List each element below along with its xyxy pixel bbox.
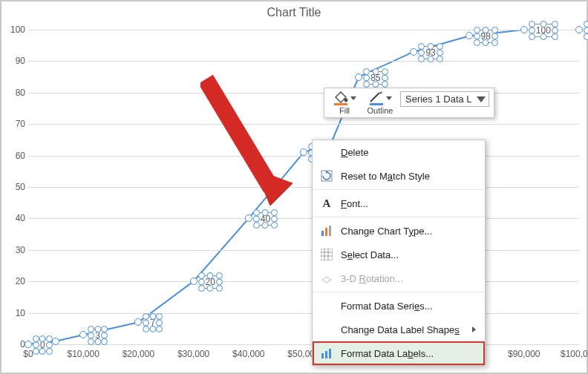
menu-change-label-shapes[interactable]: Change Data Label Shapes xyxy=(313,318,485,341)
svg-point-2 xyxy=(344,99,348,102)
data-label[interactable]: 0 xyxy=(36,338,50,352)
selection-handle[interactable] xyxy=(363,74,370,81)
svg-rect-16 xyxy=(329,349,331,358)
selection-handle[interactable] xyxy=(382,74,388,81)
y-tick-label: 70 xyxy=(6,119,25,129)
menu-label: Change Chart Type... xyxy=(341,226,432,237)
x-tick-label: $90,000 xyxy=(508,349,540,359)
selection-handle[interactable] xyxy=(207,285,214,292)
menu-select-data[interactable]: Select Data... xyxy=(313,243,485,266)
reset-icon xyxy=(320,169,333,183)
selection-handle[interactable] xyxy=(529,33,535,40)
fill-button[interactable]: Fill xyxy=(329,91,360,116)
gridline xyxy=(28,187,579,188)
selection-handle[interactable] xyxy=(198,285,205,292)
svg-rect-3 xyxy=(334,103,347,105)
select-data-icon xyxy=(320,248,333,261)
data-marker[interactable] xyxy=(79,331,87,338)
data-marker[interactable] xyxy=(520,26,528,33)
data-marker[interactable] xyxy=(24,341,32,348)
chevron-down-icon xyxy=(350,96,356,100)
data-marker[interactable] xyxy=(134,318,142,326)
chart-title[interactable]: Chart Title xyxy=(1,6,587,19)
selection-handle[interactable] xyxy=(149,326,156,332)
menu-change-chart-type[interactable]: Change Chart Type... xyxy=(313,219,485,243)
selection-handle[interactable] xyxy=(39,335,46,342)
outline-button[interactable]: Outline xyxy=(365,91,396,116)
selection-handle[interactable] xyxy=(437,49,443,56)
data-label[interactable]: 20 xyxy=(201,275,220,289)
selection-handle[interactable] xyxy=(428,56,434,62)
selection-handle[interactable] xyxy=(39,348,46,355)
data-marker[interactable] xyxy=(575,26,583,33)
format-labels-icon xyxy=(320,347,333,360)
data-marker[interactable] xyxy=(410,48,417,56)
selection-handle[interactable] xyxy=(483,39,489,46)
data-marker[interactable] xyxy=(355,73,362,81)
data-marker[interactable] xyxy=(300,148,307,156)
menu-delete[interactable]: Delete xyxy=(313,140,485,164)
data-marker[interactable] xyxy=(190,278,197,285)
selection-handle[interactable] xyxy=(262,222,269,229)
context-menu: Delete Reset to Match Style A Font... Ch… xyxy=(312,140,486,366)
gridline xyxy=(28,218,579,219)
selection-handle[interactable] xyxy=(552,33,558,40)
menu-format-data-labels[interactable]: Format Data Labels... xyxy=(313,341,485,365)
x-tick-label: $0 xyxy=(23,349,33,359)
y-tick-label: 40 xyxy=(6,213,25,223)
selection-handle[interactable] xyxy=(428,43,434,50)
data-marker[interactable] xyxy=(466,32,473,39)
selection-handle[interactable] xyxy=(540,33,546,40)
selection-handle[interactable] xyxy=(149,313,156,320)
selection-handle[interactable] xyxy=(382,81,388,88)
gridline xyxy=(28,344,579,345)
chevron-right-icon xyxy=(472,327,476,332)
data-label[interactable]: 93 xyxy=(421,46,440,59)
selection-handle[interactable] xyxy=(437,56,443,62)
y-tick-label: 30 xyxy=(6,245,25,255)
selection-handle[interactable] xyxy=(372,68,379,75)
chart-frame: Chart Title 0102030405060708090100$0$10,… xyxy=(0,0,588,374)
gridline xyxy=(28,61,579,62)
selection-handle[interactable] xyxy=(418,49,425,56)
svg-rect-14 xyxy=(321,353,324,358)
x-tick-label: $40,000 xyxy=(232,349,264,359)
selection-handle[interactable] xyxy=(46,348,53,355)
data-label[interactable]: 100 xyxy=(532,24,555,37)
font-icon: A xyxy=(320,197,333,210)
selection-handle[interactable] xyxy=(94,338,101,345)
selection-handle[interactable] xyxy=(363,81,370,88)
selection-handle[interactable] xyxy=(540,21,546,27)
data-label[interactable]: 98 xyxy=(477,30,495,43)
selection-handle[interactable] xyxy=(483,27,489,33)
menu-font[interactable]: A Font... xyxy=(313,191,485,215)
menu-label: 3-D Rotation... xyxy=(341,273,403,284)
x-tick-label: $30,000 xyxy=(177,349,209,359)
data-label[interactable]: 85 xyxy=(366,71,385,85)
svg-rect-6 xyxy=(321,231,324,236)
fill-label: Fill xyxy=(329,106,360,116)
svg-rect-15 xyxy=(325,351,327,358)
y-tick-label: 20 xyxy=(6,276,25,286)
callout-arrow-icon xyxy=(200,52,297,219)
y-tick-label: 0 xyxy=(6,339,25,350)
menu-label: Delete xyxy=(341,147,369,158)
selection-handle[interactable] xyxy=(94,326,101,332)
svg-rect-9 xyxy=(321,249,333,260)
menu-label: Font... xyxy=(341,198,368,209)
data-marker[interactable] xyxy=(52,338,59,345)
data-label[interactable]: 3 xyxy=(91,329,105,342)
selector-text: Series 1 Data L xyxy=(405,94,472,105)
selection-handle[interactable] xyxy=(207,272,214,279)
y-tick-label: 90 xyxy=(6,56,25,66)
data-label[interactable]: 7 xyxy=(146,316,160,329)
menu-format-series[interactable]: Format Data Series... xyxy=(313,294,485,318)
plot-area[interactable]: 0102030405060708090100$0$10,000$20,000$3… xyxy=(28,30,579,344)
menu-reset-style[interactable]: Reset to Match Style xyxy=(313,164,485,188)
selection-handle[interactable] xyxy=(33,348,39,355)
chart-type-icon xyxy=(320,224,333,237)
selection-handle[interactable] xyxy=(372,81,379,88)
gridline xyxy=(28,250,579,251)
chart-element-selector[interactable]: Series 1 Data L xyxy=(400,91,489,107)
selection-handle[interactable] xyxy=(584,33,588,40)
